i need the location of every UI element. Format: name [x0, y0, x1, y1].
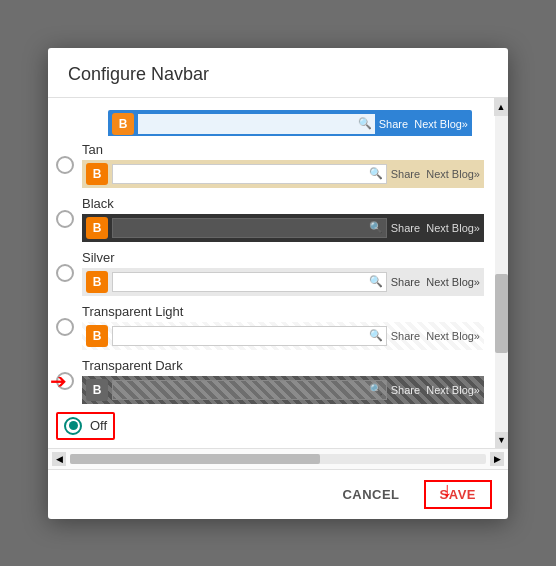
nav-links-blue: Share Next Blog»	[379, 118, 468, 130]
nav-links-transparent-light: Share Next Blog»	[391, 330, 480, 342]
option-label-transparent-dark: Transparent Dark	[82, 358, 484, 373]
navbar-preview-silver: B 🔍 Share Next Blog»	[82, 268, 484, 296]
search-icon-blue: 🔍	[358, 117, 372, 130]
option-label-silver: Silver	[82, 250, 484, 265]
blue-navbar-partial: B 🔍 Share Next Blog»	[78, 108, 480, 136]
option-row-transparent-light[interactable]: Transparent Light B 🔍 Share Next Blog»	[48, 300, 492, 354]
search-box-silver: 🔍	[112, 272, 387, 292]
scroll-thumb	[495, 274, 508, 353]
scroll-right-arrow[interactable]: ▶	[490, 452, 504, 466]
scroll-up-arrow[interactable]: ▲	[494, 98, 508, 116]
search-icon-black: 🔍	[369, 221, 383, 234]
hscroll-wrapper: ↓ ◀ ▶	[48, 448, 508, 469]
nav-links-tan: Share Next Blog»	[391, 168, 480, 180]
blogger-icon-transparent-light: B	[86, 325, 108, 347]
nav-links-transparent-dark: Share Next Blog»	[391, 384, 480, 396]
scroll-h-thumb	[70, 454, 320, 464]
option-row-tan[interactable]: Tan B 🔍 Share Next Blog»	[48, 138, 492, 192]
search-box-black: 🔍	[112, 218, 387, 238]
navbar-preview-black: B 🔍 Share Next Blog»	[82, 214, 484, 242]
search-icon-tan: 🔍	[369, 167, 383, 180]
off-option-highlighted[interactable]: Off	[56, 412, 115, 440]
option-label-tan: Tan	[82, 142, 484, 157]
scroll-down-arrow[interactable]: ▼	[495, 432, 508, 448]
option-content-transparent-dark: Transparent Dark B 🔍 Share Next Blog»	[82, 358, 484, 404]
red-arrow-left: ➔	[50, 369, 67, 393]
radio-transparent-light[interactable]	[56, 318, 74, 336]
dialog-body: B 🔍 Share Next Blog» ▲ Tan B 🔍 Share N	[48, 98, 508, 448]
search-box-transparent-light: 🔍	[112, 326, 387, 346]
search-box-transparent-dark: 🔍	[112, 380, 387, 400]
option-row-silver[interactable]: Silver B 🔍 Share Next Blog»	[48, 246, 492, 300]
navbar-preview-tan: B 🔍 Share Next Blog»	[82, 160, 484, 188]
option-row-transparent-dark[interactable]: Transparent Dark B 🔍 Share Next Blog»	[48, 354, 492, 408]
horizontal-scrollbar: ◀ ▶	[48, 448, 508, 469]
scroll-left-arrow[interactable]: ◀	[52, 452, 66, 466]
radio-off-inner	[69, 421, 78, 430]
search-icon-transparent-dark: 🔍	[369, 383, 383, 396]
option-content-black: Black B 🔍 Share Next Blog»	[82, 196, 484, 242]
search-box-blue: 🔍	[138, 114, 375, 134]
blogger-icon-black: B	[86, 217, 108, 239]
transparent-dark-wrapper: ➔ Transparent Dark B 🔍 Share Next Blog»	[48, 354, 492, 408]
blogger-icon-blue: B	[112, 113, 134, 135]
off-label: Off	[90, 418, 107, 433]
red-arrow-down-save: ↓	[442, 478, 452, 501]
option-content-transparent-light: Transparent Light B 🔍 Share Next Blog»	[82, 304, 484, 350]
vertical-scrollbar[interactable]: ▼	[495, 116, 508, 448]
radio-off[interactable]	[64, 417, 82, 435]
search-box-tan: 🔍	[112, 164, 387, 184]
cancel-button[interactable]: CANCEL	[330, 481, 411, 508]
save-button[interactable]: SAVE	[424, 480, 492, 509]
dialog-title: Configure Navbar	[48, 48, 508, 98]
navbar-preview-transparent-light: B 🔍 Share Next Blog»	[82, 322, 484, 350]
radio-black[interactable]	[56, 210, 74, 228]
nav-links-black: Share Next Blog»	[391, 222, 480, 234]
dialog-footer: CANCEL SAVE	[48, 469, 508, 519]
option-content-silver: Silver B 🔍 Share Next Blog»	[82, 250, 484, 296]
search-icon-transparent-light: 🔍	[369, 329, 383, 342]
blogger-icon-tan: B	[86, 163, 108, 185]
radio-silver[interactable]	[56, 264, 74, 282]
search-icon-silver: 🔍	[369, 275, 383, 288]
scroll-h-track	[70, 454, 486, 464]
scroll-track	[495, 116, 508, 432]
option-content-tan: Tan B 🔍 Share Next Blog»	[82, 142, 484, 188]
option-row-black[interactable]: Black B 🔍 Share Next Blog»	[48, 192, 492, 246]
nav-links-silver: Share Next Blog»	[391, 276, 480, 288]
option-label-transparent-light: Transparent Light	[82, 304, 484, 319]
radio-tan[interactable]	[56, 156, 74, 174]
navbar-preview-transparent-dark: B 🔍 Share Next Blog»	[82, 376, 484, 404]
option-label-black: Black	[82, 196, 484, 211]
blogger-icon-transparent-dark: B	[86, 379, 108, 401]
configure-navbar-dialog: Configure Navbar B 🔍 Share Next Blog» ▲ …	[48, 48, 508, 519]
blogger-icon-silver: B	[86, 271, 108, 293]
